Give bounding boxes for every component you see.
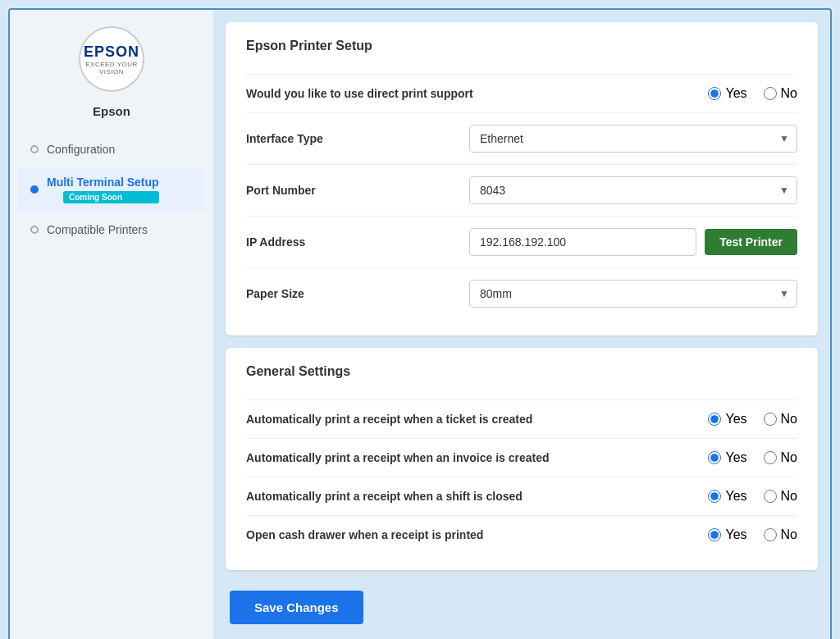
auto-print-ticket-yes-option[interactable]: Yes [708, 412, 746, 427]
auto-print-invoice-no-label: No [781, 450, 797, 465]
direct-print-radio-group: Yes No [708, 86, 797, 101]
sidebar-item-compatible-printers[interactable]: Compatible Printers [18, 215, 205, 244]
printer-setup-title: Epson Printer Setup [246, 39, 797, 62]
auto-print-shift-row: Automatically print a receipt when a shi… [246, 477, 797, 515]
interface-type-row: Interface Type Ethernet USB Bluetooth ▼ [246, 112, 797, 164]
port-number-select[interactable]: 8043 9100 515 [469, 176, 797, 204]
auto-print-invoice-no-option[interactable]: No [764, 450, 797, 465]
paper-size-label: Paper Size [246, 287, 410, 300]
open-cash-drawer-no-label: No [781, 527, 797, 542]
auto-print-ticket-row: Automatically print a receipt when a tic… [246, 399, 797, 438]
auto-print-shift-yes-option[interactable]: Yes [708, 489, 746, 504]
sidebar-label-configuration: Configuration [47, 143, 115, 156]
sidebar: EPSON EXCEED YOUR VISION Epson Configura… [10, 10, 213, 639]
brand-name: Epson [93, 104, 130, 118]
auto-print-invoice-row: Automatically print a receipt when an in… [246, 438, 797, 477]
paper-size-row: Paper Size 80mm 58mm A4 ▼ [246, 267, 797, 319]
direct-print-label: Would you like to use direct print suppo… [246, 87, 473, 100]
interface-type-select-wrapper: Ethernet USB Bluetooth ▼ [469, 125, 797, 153]
auto-print-invoice-radio-group: Yes No [708, 450, 797, 465]
sidebar-label-multi-terminal: Multi Terminal Setup [47, 176, 159, 189]
ip-address-group: Test Printer [469, 228, 797, 256]
logo-epson-text: EPSON [80, 43, 143, 61]
port-number-select-wrapper: 8043 9100 515 ▼ [469, 176, 797, 204]
ip-address-label: IP Address [246, 235, 410, 249]
interface-type-select[interactable]: Ethernet USB Bluetooth [469, 125, 797, 153]
nav-dot-configuration [30, 145, 39, 153]
port-number-row: Port Number 8043 9100 515 ▼ [246, 164, 797, 216]
general-settings-card: General Settings Automatically print a r… [226, 348, 818, 570]
direct-print-no-option[interactable]: No [764, 86, 797, 101]
open-cash-drawer-no-radio[interactable] [764, 528, 777, 541]
auto-print-ticket-no-radio[interactable] [764, 413, 777, 426]
open-cash-drawer-yes-label: Yes [725, 527, 746, 542]
auto-print-ticket-yes-radio[interactable] [708, 413, 721, 426]
printer-setup-card: Epson Printer Setup Would you like to us… [226, 22, 818, 335]
paper-size-select-wrapper: 80mm 58mm A4 ▼ [469, 280, 797, 308]
auto-print-shift-no-radio[interactable] [764, 490, 777, 503]
auto-print-invoice-no-radio[interactable] [764, 451, 777, 464]
nav-menu: Configuration Multi Terminal Setup Comin… [10, 135, 213, 248]
nav-dot-compatible-printers [30, 226, 39, 234]
auto-print-ticket-radio-group: Yes No [708, 412, 797, 427]
direct-print-yes-radio[interactable] [708, 87, 721, 100]
save-changes-button[interactable]: Save Changes [230, 591, 363, 624]
main-content: Epson Printer Setup Would you like to us… [213, 10, 830, 639]
auto-print-ticket-label: Automatically print a receipt when a tic… [246, 413, 532, 426]
auto-print-invoice-label: Automatically print a receipt when an in… [246, 451, 550, 464]
open-cash-drawer-radio-group: Yes No [708, 527, 797, 542]
auto-print-ticket-no-label: No [781, 412, 797, 427]
auto-print-shift-yes-label: Yes [725, 489, 746, 504]
direct-print-no-label: No [781, 86, 797, 101]
direct-print-no-radio[interactable] [764, 87, 777, 100]
ip-address-input[interactable] [469, 228, 696, 256]
port-number-label: Port Number [246, 184, 410, 197]
interface-type-label: Interface Type [246, 132, 410, 145]
open-cash-drawer-label: Open cash drawer when a receipt is print… [246, 528, 483, 541]
logo-container: EPSON EXCEED YOUR VISION Epson [79, 26, 144, 118]
auto-print-shift-no-label: No [781, 489, 797, 504]
sidebar-item-configuration[interactable]: Configuration [18, 135, 205, 164]
auto-print-ticket-yes-label: Yes [725, 412, 746, 427]
open-cash-drawer-yes-radio[interactable] [708, 528, 721, 541]
direct-print-yes-option[interactable]: Yes [708, 86, 746, 101]
app-container: EPSON EXCEED YOUR VISION Epson Configura… [8, 8, 832, 639]
open-cash-drawer-no-option[interactable]: No [764, 527, 797, 542]
test-printer-button[interactable]: Test Printer [705, 229, 797, 255]
sidebar-item-multi-terminal[interactable]: Multi Terminal Setup Coming Soon [18, 167, 205, 212]
open-cash-drawer-row: Open cash drawer when a receipt is print… [246, 515, 797, 554]
save-row: Save Changes [226, 582, 818, 628]
sidebar-label-compatible-printers: Compatible Printers [47, 223, 148, 236]
open-cash-drawer-yes-option[interactable]: Yes [708, 527, 746, 542]
ip-address-row: IP Address Test Printer [246, 216, 797, 267]
logo-tagline: EXCEED YOUR VISION [80, 61, 143, 75]
auto-print-shift-radio-group: Yes No [708, 489, 797, 504]
auto-print-shift-no-option[interactable]: No [764, 489, 797, 504]
logo-circle: EPSON EXCEED YOUR VISION [79, 26, 144, 92]
direct-print-row: Would you like to use direct print suppo… [246, 74, 797, 112]
auto-print-invoice-yes-option[interactable]: Yes [708, 450, 746, 465]
auto-print-invoice-yes-label: Yes [725, 450, 746, 465]
auto-print-invoice-yes-radio[interactable] [708, 451, 721, 464]
direct-print-yes-label: Yes [725, 86, 746, 101]
nav-dot-multi-terminal [30, 185, 39, 194]
paper-size-select[interactable]: 80mm 58mm A4 [469, 280, 797, 308]
auto-print-shift-yes-radio[interactable] [708, 490, 721, 503]
auto-print-ticket-no-option[interactable]: No [764, 412, 797, 427]
general-settings-title: General Settings [246, 364, 797, 387]
coming-soon-badge: Coming Soon [63, 191, 159, 203]
auto-print-shift-label: Automatically print a receipt when a shi… [246, 490, 523, 503]
